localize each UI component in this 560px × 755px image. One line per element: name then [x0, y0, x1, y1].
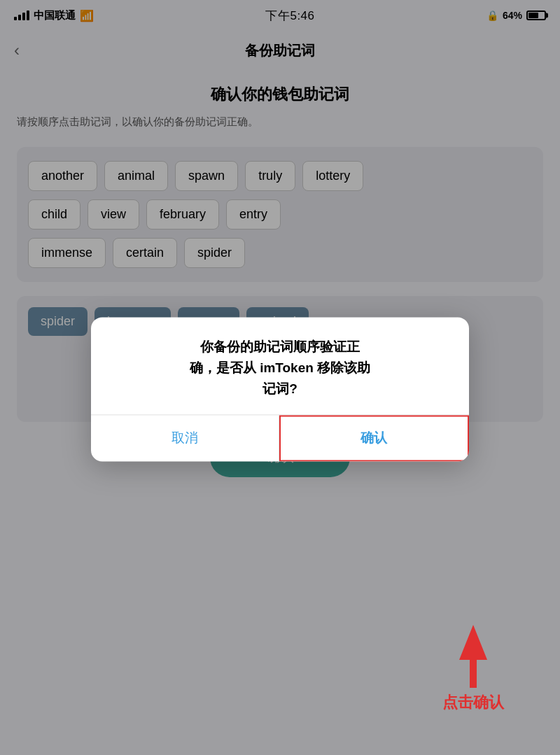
arrow-up-icon [459, 625, 487, 660]
dialog-title: 你备份的助记词顺序验证正确，是否从 imToken 移除该助记词? [112, 337, 448, 400]
dialog-body: 你备份的助记词顺序验证正确，是否从 imToken 移除该助记词? [91, 317, 469, 414]
arrow-annotation: 点击确认 [442, 625, 504, 713]
annotation-label: 点击确认 [442, 692, 504, 713]
dialog-cancel-button[interactable]: 取消 [91, 415, 279, 461]
arrow-shaft [470, 660, 477, 688]
dialog-actions: 取消 确认 [91, 415, 469, 461]
dialog: 你备份的助记词顺序验证正确，是否从 imToken 移除该助记词? 取消 确认 [91, 317, 469, 461]
dialog-confirm-button[interactable]: 确认 [279, 415, 470, 461]
